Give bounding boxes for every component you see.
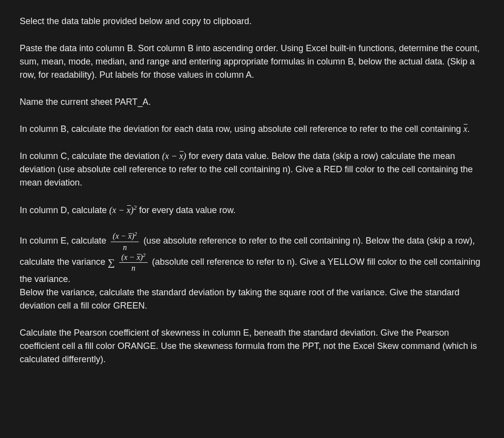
math-x-minus-xbar: (x − x) xyxy=(162,151,186,161)
math-sigma: ∑ xyxy=(108,257,115,268)
para6-text-b: for every data value row. xyxy=(137,205,236,215)
paragraph-6: In column D, calculate (x − x)2 for ever… xyxy=(20,203,484,217)
para4-text-a: In column B, calculate the deviation for… xyxy=(20,124,464,134)
paragraph-5: In column C, calculate the deviation (x … xyxy=(20,150,484,189)
math-fraction-2: (x − x)2 n xyxy=(119,252,147,273)
math-xbar: x xyxy=(464,124,468,134)
paragraph-4: In column B, calculate the deviation for… xyxy=(20,123,484,136)
paragraph-2: Paste the data into column B. Sort colum… xyxy=(20,42,484,82)
document-body: Select the data table provided below and… xyxy=(20,15,484,366)
math-x-minus-xbar-sq: (x − x)2 xyxy=(109,205,136,215)
para6-text-a: In column D, calculate xyxy=(20,205,109,215)
para8-text: Below the variance, calculate the standa… xyxy=(20,287,460,311)
paragraph-9: Calculate the Pearson coefficient of ske… xyxy=(20,326,484,366)
para5-text-a: In column C, calculate the deviation xyxy=(20,151,162,161)
paragraph-1: Select the data table provided below and… xyxy=(20,15,484,28)
para7-text-a: In column E, calculate xyxy=(20,236,109,246)
paragraph-3: Name the current sheet PART_A. xyxy=(20,95,484,109)
paragraph-7-8: In column E, calculate (x − x)2 n (use a… xyxy=(20,231,484,313)
para4-text-b: . xyxy=(468,124,470,134)
math-fraction-1: (x − x)2 n xyxy=(111,231,139,252)
